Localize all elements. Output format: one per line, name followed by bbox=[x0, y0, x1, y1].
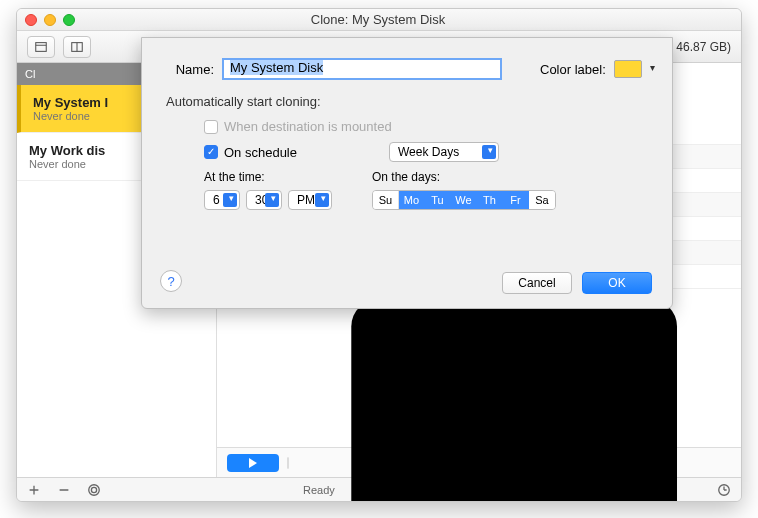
svg-point-11 bbox=[91, 487, 96, 492]
day-th[interactable]: Th bbox=[477, 191, 503, 209]
day-fr[interactable]: Fr bbox=[503, 191, 529, 209]
ampm-stepper[interactable]: PM bbox=[288, 190, 332, 210]
panel-split-icon bbox=[70, 40, 84, 54]
days-label: On the days: bbox=[372, 170, 556, 184]
titlebar: Clone: My System Disk bbox=[17, 9, 741, 31]
checkbox-on-schedule[interactable] bbox=[204, 145, 218, 159]
day-we[interactable]: We bbox=[451, 191, 477, 209]
checkbox-when-mounted[interactable] bbox=[204, 120, 218, 134]
maximize-icon[interactable] bbox=[63, 14, 75, 26]
ready-label: Ready bbox=[303, 484, 335, 496]
cancel-button[interactable]: Cancel bbox=[502, 272, 572, 294]
gear-icon[interactable] bbox=[87, 483, 101, 497]
day-sa[interactable]: Sa bbox=[529, 191, 555, 209]
section-title: Automatically start cloning: bbox=[166, 94, 650, 109]
close-icon[interactable] bbox=[25, 14, 37, 26]
app-window: Clone: My System Disk 46.87 GB) Cl My Sy… bbox=[16, 8, 742, 502]
on-schedule-label: On schedule bbox=[224, 145, 297, 160]
hour-stepper[interactable]: 6 bbox=[204, 190, 240, 210]
ok-button[interactable]: OK bbox=[582, 272, 652, 294]
bottom-bar bbox=[217, 447, 741, 477]
name-field[interactable]: My System Disk bbox=[222, 58, 502, 80]
day-mo[interactable]: Mo bbox=[399, 191, 425, 209]
detail-button[interactable] bbox=[63, 36, 91, 58]
day-picker[interactable]: SuMoTuWeThFrSa bbox=[372, 190, 556, 210]
day-tu[interactable]: Tu bbox=[425, 191, 451, 209]
schedule-dialog: Name: My System Disk Color label: Automa… bbox=[141, 37, 673, 309]
minimize-icon[interactable] bbox=[44, 14, 56, 26]
svg-rect-4 bbox=[351, 300, 677, 502]
add-icon[interactable] bbox=[27, 483, 41, 497]
name-value: My System Disk bbox=[230, 60, 323, 75]
schedule-select[interactable]: Week Days bbox=[389, 142, 499, 162]
collapse-button[interactable] bbox=[27, 36, 55, 58]
remove-icon[interactable] bbox=[57, 483, 71, 497]
panel-icon bbox=[34, 40, 48, 54]
progress-bar bbox=[287, 457, 289, 469]
window-title: Clone: My System Disk bbox=[83, 12, 673, 27]
clock-icon[interactable] bbox=[717, 483, 731, 497]
on-schedule-row: On schedule Week Days bbox=[204, 142, 650, 162]
color-label: Color label: bbox=[540, 62, 606, 77]
svg-point-12 bbox=[89, 484, 100, 495]
play-icon bbox=[248, 458, 258, 468]
disk-size-label: 46.87 GB) bbox=[676, 40, 731, 54]
name-label: Name: bbox=[164, 62, 214, 77]
svg-rect-0 bbox=[36, 42, 47, 51]
when-mounted-label: When destination is mounted bbox=[224, 119, 392, 134]
start-clone-button[interactable] bbox=[227, 454, 279, 472]
help-button[interactable]: ? bbox=[160, 270, 182, 292]
time-label: At the time: bbox=[204, 170, 332, 184]
color-picker[interactable] bbox=[614, 60, 642, 78]
when-mounted-row: When destination is mounted bbox=[204, 119, 650, 134]
schedule-value: Week Days bbox=[398, 145, 459, 159]
minute-stepper[interactable]: 30 bbox=[246, 190, 282, 210]
traffic-lights bbox=[25, 14, 75, 26]
day-su[interactable]: Su bbox=[373, 191, 399, 209]
